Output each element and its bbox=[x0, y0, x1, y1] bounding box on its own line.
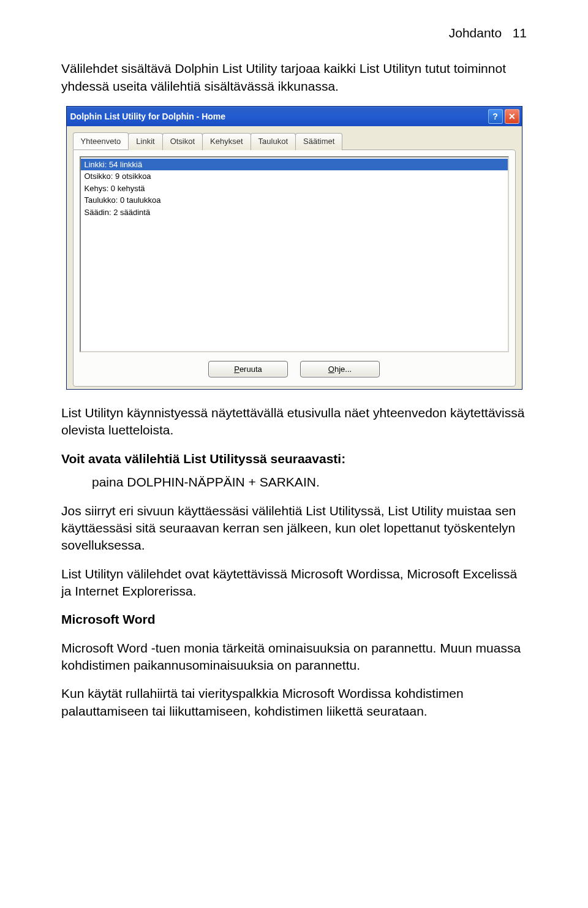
open-tabs-block: Voit avata välilehtiä List Utilityssä se… bbox=[61, 450, 527, 491]
open-tabs-heading: Voit avata välilehtiä List Utilityssä se… bbox=[61, 450, 527, 467]
intro-paragraph: Välilehdet sisältävä Dolphin List Utilit… bbox=[61, 60, 527, 95]
section-name: Johdanto bbox=[449, 26, 502, 40]
list-item[interactable]: Otsikko: 9 otsikkoa bbox=[81, 170, 508, 183]
help-icon[interactable]: ? bbox=[488, 109, 503, 124]
list-item[interactable]: Kehys: 0 kehystä bbox=[81, 183, 508, 195]
tab-saatimet[interactable]: Säätimet bbox=[295, 133, 342, 150]
tab-taulukot[interactable]: Taulukot bbox=[251, 133, 296, 150]
close-icon[interactable]: ✕ bbox=[505, 109, 519, 124]
titlebar[interactable]: Dolphin List Utility for Dolphin - Home … bbox=[67, 107, 522, 126]
availability-paragraph: List Utilityn välilehdet ovat käytettävi… bbox=[61, 566, 527, 600]
window-title: Dolphin List Utility for Dolphin - Home bbox=[70, 111, 486, 123]
msword-paragraph-1: Microsoft Word -tuen monia tärkeitä omin… bbox=[61, 640, 527, 675]
help-button[interactable]: Ohje... bbox=[300, 361, 380, 378]
tabs-container: Yhteenveto Linkit Otsikot Kehykset Taulu… bbox=[67, 126, 522, 389]
tab-kehykset[interactable]: Kehykset bbox=[202, 133, 251, 150]
tab-strip: Yhteenveto Linkit Otsikot Kehykset Taulu… bbox=[73, 132, 516, 149]
list-item[interactable]: Säädin: 2 säädintä bbox=[81, 206, 508, 219]
after-screenshot-paragraph: List Utilityn käynnistyessä näytettäväll… bbox=[61, 404, 527, 439]
open-tabs-step: paina DOLPHIN-NÄPPÄIN + SARKAIN. bbox=[61, 474, 527, 491]
tab-yhteenveto[interactable]: Yhteenveto bbox=[73, 132, 129, 149]
msword-paragraph-2: Kun käytät rullahiirtä tai vierityspalkk… bbox=[61, 685, 527, 720]
page-header: Johdanto 11 bbox=[61, 25, 527, 42]
list-item[interactable]: Linkki: 54 linkkiä bbox=[81, 159, 508, 171]
list-item[interactable]: Taulukko: 0 taulukkoa bbox=[81, 194, 508, 206]
remember-tab-paragraph: Jos siirryt eri sivuun käyttäessäsi väli… bbox=[61, 502, 527, 554]
cancel-button[interactable]: Peruuta bbox=[208, 361, 288, 378]
dolphin-list-utility-window: Dolphin List Utility for Dolphin - Home … bbox=[66, 106, 522, 390]
summary-listbox[interactable]: Linkki: 54 linkkiä Otsikko: 9 otsikkoa K… bbox=[80, 156, 509, 352]
tab-otsikot[interactable]: Otsikot bbox=[162, 133, 203, 150]
dialog-button-row: Peruuta Ohje... bbox=[80, 361, 509, 378]
msword-heading: Microsoft Word bbox=[61, 611, 527, 628]
tab-linkit[interactable]: Linkit bbox=[128, 133, 162, 150]
page-number: 11 bbox=[513, 26, 527, 40]
tab-panel: Linkki: 54 linkkiä Otsikko: 9 otsikkoa K… bbox=[73, 149, 516, 387]
